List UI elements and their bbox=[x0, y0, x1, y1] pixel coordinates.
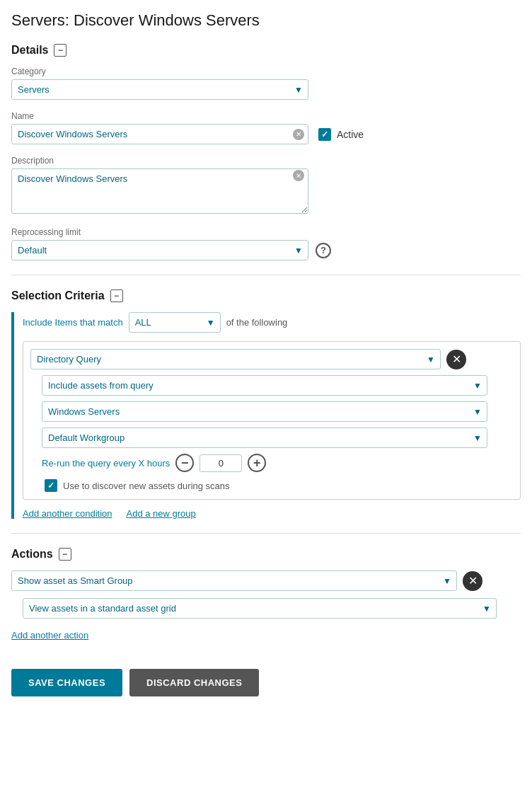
name-input-wrapper: ✕ bbox=[11, 124, 308, 144]
category-select[interactable]: Servers bbox=[11, 79, 308, 100]
all-select[interactable]: ALL ANY bbox=[129, 312, 221, 333]
default-workgroup-select[interactable]: Default Workgroup Workgroup A bbox=[42, 428, 487, 448]
name-label: Name bbox=[11, 111, 521, 121]
actions-section-header: Actions − bbox=[11, 548, 521, 561]
of-following-text: of the following bbox=[226, 317, 288, 328]
default-workgroup-row: Default Workgroup Workgroup A ▼ bbox=[42, 428, 513, 448]
include-assets-wrapper: Include assets from query Exclude assets… bbox=[42, 375, 487, 396]
details-section-body: Category Servers ▼ Name ✕ Active Descrip… bbox=[11, 67, 521, 260]
active-checkbox[interactable] bbox=[318, 128, 331, 141]
selection-section-header: Selection Criteria − bbox=[11, 289, 521, 302]
include-assets-row: Include assets from query Exclude assets… bbox=[42, 375, 513, 396]
footer-buttons: SAVE CHANGES DISCARD CHANGES bbox=[11, 658, 521, 696]
active-label: Active bbox=[337, 129, 364, 140]
category-select-wrapper: Servers ▼ bbox=[11, 79, 308, 100]
details-label: Details bbox=[11, 44, 48, 57]
add-group-link[interactable]: Add a new group bbox=[126, 508, 195, 519]
view-assets-wrapper: View assets in a standard asset grid Vie… bbox=[23, 598, 497, 619]
description-input[interactable]: Discover Windows Servers bbox=[11, 168, 308, 214]
view-assets-row: View assets in a standard asset grid Vie… bbox=[23, 598, 521, 619]
show-asset-wrapper: Show asset as Smart Group Show asset as … bbox=[11, 570, 457, 591]
reprocessing-field: Reprocessing limit Default ▼ ? bbox=[11, 227, 521, 260]
details-section-header: Details − bbox=[11, 44, 521, 57]
save-changes-button[interactable]: SAVE CHANGES bbox=[11, 669, 122, 696]
category-label: Category bbox=[11, 67, 521, 76]
reprocessing-label: Reprocessing limit bbox=[11, 227, 521, 237]
actions-section-body: Show asset as Smart Group Show asset as … bbox=[11, 570, 521, 641]
nested-selects: Include assets from query Exclude assets… bbox=[42, 375, 513, 492]
reprocessing-select[interactable]: Default bbox=[11, 240, 308, 260]
name-clear-button[interactable]: ✕ bbox=[293, 129, 304, 140]
include-label: Include Items that match bbox=[23, 317, 123, 328]
actions-label: Actions bbox=[11, 548, 53, 561]
condition-block: Directory Query IP Range Query ▼ ✕ Inclu… bbox=[23, 341, 521, 500]
active-checkbox-row: Active bbox=[318, 128, 364, 141]
name-input[interactable] bbox=[11, 124, 308, 144]
description-label: Description bbox=[11, 156, 521, 166]
include-assets-select[interactable]: Include assets from query Exclude assets… bbox=[42, 375, 487, 396]
selection-label: Selection Criteria bbox=[11, 289, 105, 302]
remove-action-button[interactable]: ✕ bbox=[463, 571, 482, 591]
add-condition-link[interactable]: Add another condition bbox=[23, 508, 112, 519]
category-field: Category Servers ▼ bbox=[11, 67, 521, 100]
reprocessing-row: Default ▼ ? bbox=[11, 240, 521, 260]
reprocessing-select-wrapper: Default ▼ bbox=[11, 240, 308, 260]
default-workgroup-wrapper: Default Workgroup Workgroup A ▼ bbox=[42, 428, 487, 448]
directory-query-wrapper: Directory Query IP Range Query ▼ bbox=[30, 349, 441, 369]
rerun-minus-button[interactable]: − bbox=[175, 454, 194, 472]
discover-checkbox[interactable] bbox=[45, 479, 57, 492]
actions-divider bbox=[11, 533, 521, 534]
discard-changes-button[interactable]: DISCARD CHANGES bbox=[129, 669, 259, 696]
reprocessing-help-icon[interactable]: ? bbox=[316, 243, 331, 258]
details-divider bbox=[11, 275, 521, 275]
discover-checkbox-row: Use to discover new assets during scans bbox=[45, 479, 513, 492]
remove-condition-button[interactable]: ✕ bbox=[446, 350, 466, 369]
windows-servers-select[interactable]: Windows Servers Linux Servers All Server… bbox=[42, 401, 487, 422]
rerun-row: Re-run the query every X hours − + bbox=[42, 454, 513, 472]
rerun-label: Re-run the query every X hours bbox=[42, 458, 170, 469]
show-asset-row: Show asset as Smart Group Show asset as … bbox=[11, 570, 521, 591]
name-field: Name ✕ Active bbox=[11, 111, 521, 144]
rerun-plus-button[interactable]: + bbox=[248, 454, 266, 472]
all-select-wrapper: ALL ANY ▼ bbox=[129, 312, 221, 333]
windows-servers-row: Windows Servers Linux Servers All Server… bbox=[42, 401, 513, 422]
include-match-row: Include Items that match ALL ANY ▼ of th… bbox=[23, 312, 521, 333]
directory-query-row: Directory Query IP Range Query ▼ ✕ bbox=[30, 349, 513, 369]
details-collapse-icon[interactable]: − bbox=[54, 44, 66, 57]
description-clear-button[interactable]: ✕ bbox=[293, 170, 304, 181]
description-field: Description Discover Windows Servers ✕ bbox=[11, 156, 521, 216]
rerun-input[interactable] bbox=[200, 454, 242, 472]
description-wrapper: Discover Windows Servers ✕ bbox=[11, 168, 308, 216]
discover-label: Use to discover new assets during scans bbox=[63, 481, 230, 491]
view-assets-select[interactable]: View assets in a standard asset grid Vie… bbox=[23, 598, 497, 619]
selection-collapse-icon[interactable]: − bbox=[110, 289, 123, 302]
show-asset-select[interactable]: Show asset as Smart Group Show asset as … bbox=[11, 570, 457, 591]
windows-servers-wrapper: Windows Servers Linux Servers All Server… bbox=[42, 401, 487, 422]
directory-query-select[interactable]: Directory Query IP Range Query bbox=[30, 349, 441, 369]
add-links: Add another condition Add a new group bbox=[23, 508, 521, 519]
add-action-link[interactable]: Add another action bbox=[11, 630, 88, 641]
page-title: Servers: Discover Windows Servers bbox=[11, 11, 521, 30]
selection-criteria-body: Include Items that match ALL ANY ▼ of th… bbox=[11, 312, 521, 519]
name-row: ✕ Active bbox=[11, 124, 521, 144]
actions-collapse-icon[interactable]: − bbox=[59, 548, 71, 561]
